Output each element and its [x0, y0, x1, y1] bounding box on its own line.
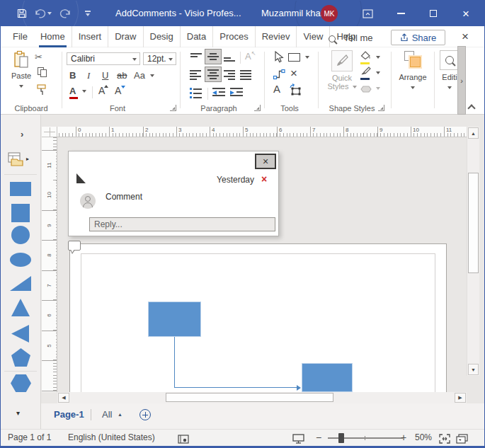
- text-direction-button[interactable]: A↖: [245, 50, 256, 62]
- tab-view[interactable]: View: [296, 26, 329, 47]
- minimize-button[interactable]: [391, 1, 411, 26]
- scroll-right-button[interactable]: ▶: [455, 393, 466, 403]
- change-case-button[interactable]: Aa: [134, 70, 154, 81]
- format-painter-button[interactable]: [36, 84, 47, 98]
- undo-button[interactable]: [33, 1, 52, 26]
- font-color-button[interactable]: A: [69, 86, 78, 99]
- grow-font-button[interactable]: A: [98, 85, 105, 96]
- reply-input[interactable]: [89, 217, 275, 231]
- tell-me-search[interactable]: Tell me: [329, 33, 373, 45]
- scroll-left-button[interactable]: ◀: [58, 393, 69, 403]
- shrink-font-button[interactable]: A: [115, 85, 121, 96]
- stencil-shape-left-triangle[interactable]: [11, 325, 29, 343]
- all-pages-button[interactable]: All ▲: [102, 409, 122, 420]
- font-family-combo[interactable]: Calibri: [67, 52, 140, 65]
- share-button[interactable]: Share: [391, 30, 445, 45]
- account-name[interactable]: Muzammil khan: [261, 1, 326, 26]
- decrease-indent-button[interactable]: [212, 88, 225, 96]
- paste-button[interactable]: Paste: [9, 50, 33, 90]
- connection-point-tool-button[interactable]: ×: [290, 67, 297, 79]
- horizontal-scroll-thumb[interactable]: [166, 393, 333, 402]
- bold-button[interactable]: B: [69, 70, 76, 81]
- bullets-button[interactable]: [190, 88, 202, 98]
- customize-quick-access-button[interactable]: [81, 1, 94, 26]
- italic-button[interactable]: I: [87, 70, 90, 81]
- zoom-out-button[interactable]: −: [316, 430, 321, 446]
- free-transform-button[interactable]: [287, 83, 302, 98]
- copy-button[interactable]: [38, 67, 47, 77]
- stencil-shape-pentagon[interactable]: [11, 348, 30, 367]
- rectangle-tool-button[interactable]: [288, 53, 309, 64]
- expand-panel-button[interactable]: ›: [21, 129, 23, 139]
- language-indicator[interactable]: English (United States): [68, 430, 155, 446]
- align-center-button[interactable]: [205, 67, 222, 82]
- align-left-button[interactable]: [190, 70, 201, 80]
- justify-button[interactable]: [240, 70, 251, 80]
- scroll-up-button[interactable]: ▲: [468, 127, 479, 139]
- stencil-shape-circle[interactable]: [11, 226, 30, 244]
- tab-design[interactable]: Desig: [143, 26, 180, 47]
- align-right-button[interactable]: [224, 70, 235, 80]
- stencil-header-button[interactable]: ▸: [8, 152, 26, 168]
- stencil-shape-hexagon[interactable]: [11, 374, 31, 392]
- close-window-button[interactable]: ×: [456, 1, 476, 26]
- canvas-shape-rectangle-1[interactable]: [148, 301, 201, 337]
- ribbon-scroll-strip[interactable]: ›: [457, 46, 466, 115]
- connector-tool-button[interactable]: [273, 67, 285, 82]
- underline-button[interactable]: U: [102, 70, 108, 81]
- connector-segment-horizontal[interactable]: [174, 387, 297, 388]
- font-size-combo[interactable]: 12pt.: [143, 52, 176, 65]
- tab-insert[interactable]: Insert: [72, 26, 108, 47]
- collapse-ribbon-icon[interactable]: [467, 104, 475, 112]
- ribbon-display-options-button[interactable]: [359, 1, 376, 26]
- paragraph-dialog-launcher[interactable]: [254, 105, 261, 111]
- tab-process[interactable]: Proces: [212, 26, 254, 47]
- line-color-button[interactable]: [360, 67, 371, 80]
- stencil-shape-square[interactable]: [11, 204, 30, 222]
- strikethrough-button[interactable]: ab: [117, 70, 127, 81]
- tab-data[interactable]: Data: [180, 26, 212, 47]
- account-avatar[interactable]: MK: [321, 1, 338, 26]
- scroll-down-button[interactable]: ▼: [468, 364, 479, 375]
- comment-marker-icon[interactable]: [68, 241, 81, 251]
- stencil-shape-triangle[interactable]: [11, 299, 30, 316]
- connector-segment-vertical[interactable]: [174, 337, 175, 388]
- vertical-scroll-thumb[interactable]: [468, 173, 479, 273]
- pointer-tool-button[interactable]: [274, 51, 284, 65]
- increase-indent-button[interactable]: [230, 88, 243, 96]
- comment-popup-close-button[interactable]: ×: [255, 154, 276, 169]
- page-tab-page1[interactable]: Page-1: [54, 409, 84, 420]
- fill-color-button[interactable]: [360, 51, 371, 64]
- zoom-in-button[interactable]: +: [401, 430, 406, 446]
- stencil-shape-right-triangle[interactable]: [10, 276, 31, 291]
- redo-button[interactable]: [57, 1, 73, 26]
- stencil-shape-rectangle[interactable]: [10, 182, 31, 196]
- delete-comment-button[interactable]: ×: [261, 173, 267, 185]
- save-button[interactable]: [13, 1, 30, 26]
- arrange-button[interactable]: Arrange: [397, 50, 428, 91]
- text-tool-button[interactable]: A: [273, 83, 280, 95]
- page-indicator[interactable]: Page 1 of 1: [8, 430, 51, 446]
- stencil-scroll-down-button[interactable]: ▾: [16, 409, 20, 417]
- close-ribbon-button[interactable]: ×: [462, 30, 469, 42]
- zoom-level-button[interactable]: 50%: [415, 430, 432, 446]
- tab-review[interactable]: Reviev: [255, 26, 297, 47]
- canvas-shape-rectangle-2[interactable]: [302, 363, 353, 392]
- align-bottom-button[interactable]: [224, 53, 235, 62]
- add-page-button[interactable]: [139, 409, 151, 420]
- quick-styles-button[interactable]: Quick Styles: [327, 50, 357, 91]
- vertical-scrollbar[interactable]: ▲ ▼: [467, 127, 479, 376]
- stencil-shape-ellipse[interactable]: [10, 253, 31, 267]
- align-top-button[interactable]: [190, 53, 202, 62]
- horizontal-scrollbar[interactable]: ◀ ▶: [57, 392, 467, 403]
- font-dialog-launcher[interactable]: [170, 105, 176, 111]
- tab-home[interactable]: Home: [34, 26, 72, 47]
- shape-styles-dialog-launcher[interactable]: [378, 105, 384, 111]
- shape-effects-button[interactable]: [360, 84, 372, 96]
- zoom-slider-thumb[interactable]: [338, 433, 344, 443]
- maximize-button[interactable]: [423, 1, 443, 26]
- align-middle-button[interactable]: [205, 49, 222, 64]
- tab-file[interactable]: File: [6, 26, 34, 47]
- cut-button[interactable]: ✂: [35, 52, 42, 62]
- tab-draw[interactable]: Draw: [108, 26, 142, 47]
